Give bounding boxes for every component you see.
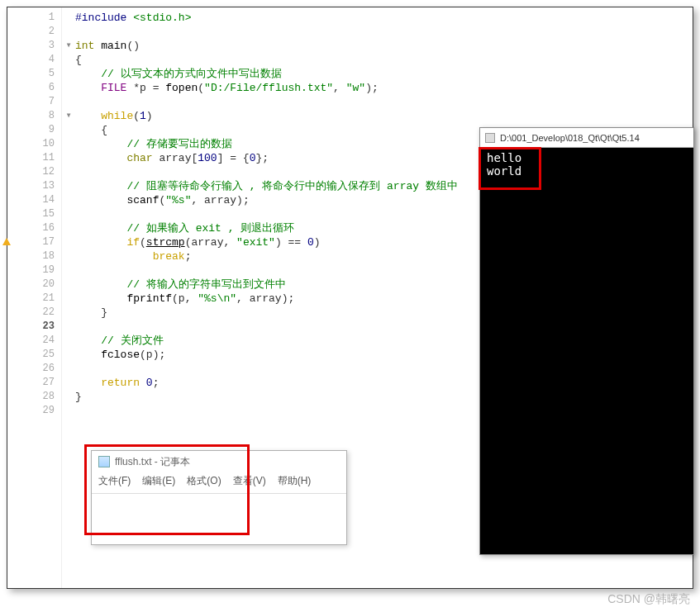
line-number: 15 [7,207,55,221]
console-title-text: D:\001_Develop\018_Qt\Qt\Qt5.14 [500,133,640,143]
line-number: 27 [7,376,55,390]
code-line[interactable]: int main() [75,39,693,53]
fold-column[interactable]: ▾▾ [62,7,75,588]
code-line[interactable]: // 以写文本的方式向文件中写出数据 [75,67,693,81]
line-number: 6 [7,81,55,95]
fold-marker [62,179,75,193]
fold-marker [62,11,75,25]
fold-marker [62,292,75,306]
fold-marker [62,165,75,179]
fold-marker [62,320,75,334]
line-number: 3 [7,39,55,53]
fold-marker [62,404,75,418]
console-window[interactable]: D:\001_Develop\018_Qt\Qt\Qt5.14 hello wo… [479,127,694,555]
code-line[interactable]: while(1) [75,109,693,123]
fold-marker [62,390,75,404]
console-titlebar[interactable]: D:\001_Develop\018_Qt\Qt\Qt5.14 [480,128,693,148]
fold-marker [62,53,75,67]
line-number: 11 [7,151,55,165]
watermark: CSDN @韩曙亮 [607,592,690,607]
fold-marker [62,137,75,151]
fold-marker [62,376,75,390]
fold-marker [62,221,75,235]
line-number: 29 [7,404,55,418]
fold-marker [62,151,75,165]
fold-marker [62,207,75,221]
highlight-box-console [479,147,541,190]
fold-marker [62,306,75,320]
fold-marker [62,348,75,362]
fold-marker[interactable]: ▾ [62,39,75,53]
line-number: 21 [7,292,55,306]
code-line[interactable]: { [75,53,693,67]
line-number: 22 [7,306,55,320]
fold-marker [62,334,75,348]
line-number-gutter: 1234567891011121314151617181920212223242… [7,7,62,588]
fold-marker [62,193,75,207]
fold-marker [62,123,75,137]
line-number: 4 [7,53,55,67]
code-line[interactable] [75,95,693,109]
fold-marker [62,278,75,292]
fold-marker [62,81,75,95]
fold-marker [62,67,75,81]
code-line[interactable]: FILE *p = fopen("D:/File/fflush.txt", "w… [75,81,693,95]
fold-marker [62,263,75,278]
fold-marker [62,249,75,263]
line-number: 24 [7,334,55,348]
line-number: 14 [7,193,55,207]
line-number: 12 [7,165,55,179]
line-number: 28 [7,390,55,404]
line-number: 5 [7,67,55,81]
line-number: 13 [7,179,55,193]
line-number: 16 [7,221,55,235]
line-number: 26 [7,362,55,376]
fold-marker [62,25,75,39]
highlight-box-notepad [84,444,250,535]
line-number: 1 [7,11,55,25]
line-number: 7 [7,95,55,109]
console-icon [485,133,495,143]
line-number: 10 [7,137,55,151]
fold-marker [62,362,75,376]
fold-marker [62,235,75,249]
line-number: 9 [7,123,55,137]
line-number: 17 [7,235,55,249]
line-number: 18 [7,249,55,263]
fold-marker[interactable]: ▾ [62,109,75,123]
line-number: 20 [7,278,55,292]
fold-marker [62,95,75,109]
line-number: 23 [7,320,55,334]
notepad-menu-item[interactable]: 帮助(H) [278,474,312,488]
code-line[interactable]: #include <stdio.h> [75,11,693,25]
line-number: 2 [7,25,55,39]
code-line[interactable] [75,25,693,39]
line-number: 19 [7,263,55,278]
line-number: 8 [7,109,55,123]
line-number: 25 [7,348,55,362]
